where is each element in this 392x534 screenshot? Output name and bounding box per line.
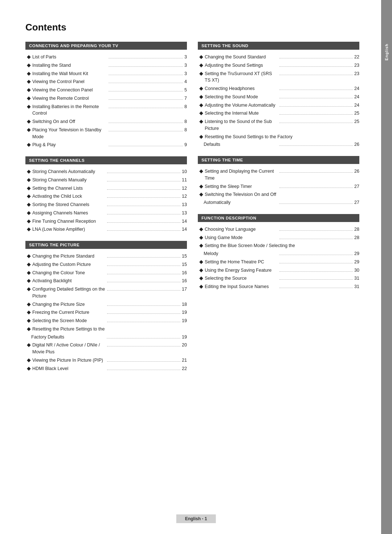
toc-bullet: ◆ [27, 62, 31, 68]
toc-bullet: ◆ [27, 301, 31, 307]
footer-text: English - 1 [185, 516, 207, 521]
toc-dots [279, 172, 353, 173]
toc-item: ◆Fine Tuning Channel Reception14 [25, 218, 187, 225]
toc-page-number: 24 [354, 94, 359, 100]
toc-bullet: ◆ [199, 62, 203, 68]
toc-label: LNA (Low Noise Amplifier) [32, 226, 106, 233]
toc-item: ◆Setting the Blue Screen Mode / Selectin… [198, 242, 359, 249]
toc-bullet: ◆ [199, 85, 203, 91]
toc-label: Viewing the Picture In Picture (PIP) [32, 357, 106, 364]
toc-dots [107, 290, 180, 291]
toc-bullet: ◆ [199, 258, 203, 265]
toc-dots [279, 255, 353, 255]
toc-bullet: ◆ [27, 286, 31, 292]
toc-item: ◆Resetting the Sound Settings to the Fac… [198, 133, 359, 140]
toc-section-connecting: CONNECTING AND PREPARING YOUR TV◆List of… [25, 42, 187, 148]
toc-page-number: 14 [182, 226, 187, 233]
toc-page-number: 23 [354, 62, 359, 69]
toc-item: ◆Placing Your Television in Standby Mode… [25, 126, 187, 140]
toc-label: Listening to the Sound of the Sub Pictur… [205, 118, 278, 132]
toc-label: Resetting the Picture Settings to the [32, 326, 187, 333]
toc-page-number: 31 [354, 275, 359, 282]
toc-dots [279, 75, 353, 75]
footer-bar: English - 1 [176, 514, 216, 523]
toc-item: ◆Changing the Picture Standard15 [25, 252, 187, 260]
toc-page-number: 22 [354, 54, 359, 61]
toc-page-number: 24 [354, 102, 359, 109]
toc-dots [109, 123, 183, 123]
toc-label: Editing the Input Source Names [205, 283, 278, 290]
toc-page-number: 5 [184, 87, 187, 94]
toc-dots [107, 266, 180, 266]
toc-bullet: ◆ [27, 277, 31, 284]
toc-label: Placing Your Television in Standby Mode [32, 127, 107, 140]
toc-item: Defaults26 [198, 141, 359, 148]
toc-page-number: 15 [182, 253, 187, 260]
toc-dots [107, 313, 180, 314]
toc-bullet: ◆ [27, 269, 31, 276]
toc-dots [109, 146, 183, 146]
toc-item: ◆Setting the Sleep Timer27 [198, 183, 359, 190]
toc-dots [109, 83, 183, 83]
toc-item: ◆Digital NR / Active Colour / DNIe / Mov… [25, 341, 187, 356]
toc-page-number: 3 [184, 70, 187, 77]
toc-label: Changing the Picture Size [32, 301, 106, 308]
toc-page-number: 28 [354, 234, 359, 241]
toc-item: ◆Storing Channels Automatically10 [25, 168, 187, 175]
toc-label: Melody [204, 250, 278, 257]
toc-dots [107, 214, 180, 214]
toc-bullet: ◆ [27, 325, 31, 332]
toc-bullet: ◆ [27, 309, 31, 315]
toc-dots [109, 75, 183, 75]
toc-page-number: 21 [182, 357, 187, 364]
toc-bullet: ◆ [27, 95, 31, 101]
toc-page-number: 17 [182, 286, 187, 293]
toc-dots [279, 123, 353, 123]
toc-label: Selecting the Screen Mode [32, 317, 106, 324]
toc-item: ◆Setting the TruSurround XT (SRS TS XT)2… [198, 70, 359, 84]
toc-page-number: 29 [354, 259, 359, 266]
toc-item: ◆Listening to the Sound of the Sub Pictu… [198, 118, 359, 132]
toc-item: ◆HDMI Black Level22 [25, 365, 187, 372]
right-column: SETTING THE SOUND◆Changing the Sound Sta… [198, 42, 359, 380]
toc-bullet: ◆ [27, 341, 31, 348]
toc-bullet: ◆ [27, 141, 31, 148]
toc-page-number: 20 [182, 342, 187, 349]
section-header-picture: SETTING THE PICTURE [25, 241, 187, 249]
section-header-sound: SETTING THE SOUND [198, 42, 359, 50]
toc-bullet: ◆ [27, 365, 31, 371]
toc-page-number: 9 [184, 141, 187, 148]
toc-bullet: ◆ [199, 102, 203, 108]
toc-item: ◆Adjusting the Sound Settings23 [198, 62, 359, 69]
toc-item: ◆Selecting the Internal Mute25 [198, 110, 359, 117]
toc-bullet: ◆ [27, 252, 31, 259]
toc-page-number: 23 [354, 70, 359, 77]
toc-label: Fine Tuning Channel Reception [32, 218, 106, 225]
toc-item: ◆Selecting the Screen Mode19 [25, 317, 187, 324]
toc-item: ◆Connecting Headphones24 [198, 85, 359, 92]
toc-label: Factory Defaults [31, 334, 105, 341]
toc-page-number: 26 [354, 141, 359, 148]
section-header-connecting: CONNECTING AND PREPARING YOUR TV [25, 42, 187, 50]
section-header-channels: SETTING THE CHANNELS [25, 156, 187, 164]
toc-page-number: 13 [182, 201, 187, 208]
toc-bullet: ◆ [199, 267, 203, 273]
toc-label: Switching On and Off [32, 118, 107, 125]
toc-bullet: ◆ [27, 176, 31, 183]
two-column-layout: CONNECTING AND PREPARING YOUR TV◆List of… [25, 42, 359, 380]
toc-bullet: ◆ [27, 53, 31, 60]
toc-bullet: ◆ [27, 103, 31, 110]
page-container: Contents CONNECTING AND PREPARING YOUR T… [0, 0, 392, 534]
toc-item: ◆Freezing the Current Picture19 [25, 309, 187, 316]
toc-bullet: ◆ [199, 234, 203, 241]
toc-dots [109, 108, 183, 108]
toc-item: ◆Selecting the Sound Mode24 [198, 93, 359, 100]
toc-page-number: 19 [182, 334, 187, 341]
toc-dots [107, 370, 180, 370]
toc-label: Automatically [204, 199, 278, 206]
toc-item: ◆Installing Batteries in the Remote Cont… [25, 103, 187, 117]
toc-label: Changing the Picture Standard [32, 253, 106, 260]
toc-label: Adjusting the Sound Settings [205, 62, 278, 69]
toc-dots [107, 274, 180, 274]
toc-dots [107, 197, 180, 198]
